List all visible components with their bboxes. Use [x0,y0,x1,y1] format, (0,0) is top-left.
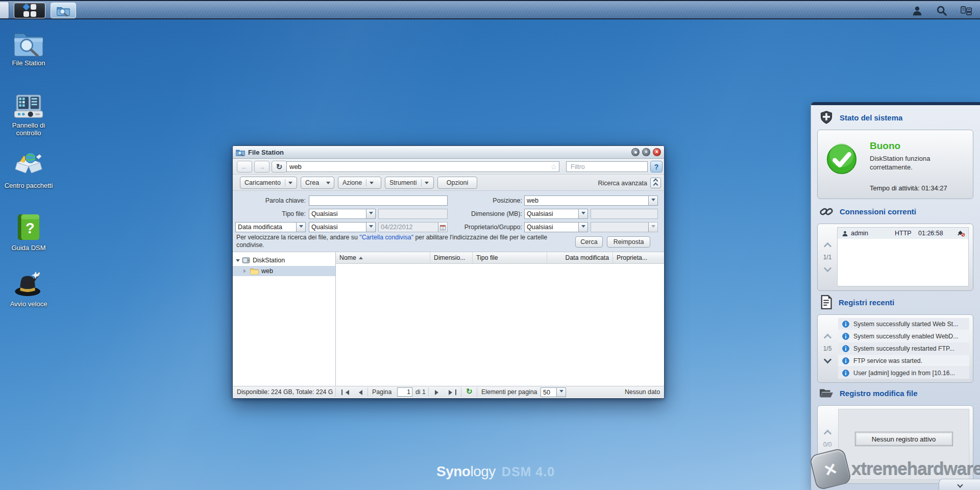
desktop-icon-dsm-help[interactable]: ? Guida DSM [4,213,53,252]
main-menu-button[interactable] [14,3,45,18]
taskbar-file-station-button[interactable] [51,3,76,18]
desktop-icon-package-center[interactable]: Centro pacchetti [4,151,53,189]
options-button[interactable]: Opzioni [437,177,477,189]
shield-icon [819,110,834,125]
back-button[interactable]: ← [237,161,252,173]
desktop-icon-control-panel[interactable]: Pannello di controllo [4,93,53,137]
index-note: Per velocizzare la ricerca dei file, and… [236,234,571,249]
minimize-button[interactable] [631,148,640,156]
search-button[interactable]: Cerca [575,236,603,248]
pager-down-icon[interactable] [823,264,831,273]
show-desktop-tab[interactable] [0,2,9,18]
window-statusbar: Disponibile: 224 GB, Totale: 224 G Pagin… [233,386,664,398]
close-button[interactable]: × [653,148,661,156]
connection-row[interactable]: admin HTTP 01:26:58 [838,228,968,239]
per-page-select[interactable]: 50 [541,387,566,397]
address-input[interactable] [287,163,548,170]
create-menu-button[interactable]: Crea [301,177,334,189]
file-station-window: File Station + × ← → ↻ ☆ ? [232,145,665,399]
filetype-extra-input [378,209,448,219]
upload-menu-button[interactable]: Caricamento [240,177,297,189]
dsm-branding: Synology DSM 4.0 [436,463,555,480]
log-item[interactable]: System successfully restarted FTP... [838,342,969,354]
nas-icon [242,257,250,264]
filter-box[interactable] [566,161,648,172]
size-label: Dimensione (MB): [447,210,522,217]
window-titlebar[interactable]: File Station + × [233,146,664,159]
open-folder-icon [819,387,834,399]
tree-node-web[interactable]: web [233,266,335,276]
pager-down-icon[interactable] [823,356,831,364]
keyword-input[interactable] [309,195,448,206]
tree-node-diskstation[interactable]: DiskStation [233,255,335,265]
column-size[interactable]: Dimensio... [430,252,473,263]
pager-up-icon[interactable] [823,430,831,438]
no-active-log-label: Nessun registro attivo [855,432,953,446]
widget-panel: Stato del sistema Buono DiskStation funz… [811,102,980,490]
column-name[interactable]: Nome [336,252,430,263]
next-page-button[interactable] [432,387,444,397]
desktop-icon-label: Centro pacchetti [4,182,53,189]
date-field-select[interactable]: Data modificata [235,222,306,232]
chevron-down-icon [648,196,657,205]
list-refresh-button[interactable]: ↻ [466,387,473,396]
sort-asc-icon [359,255,363,259]
page-of-label: di 1 [415,388,426,396]
owner-select[interactable]: Qualsiasi [524,222,588,232]
search-button[interactable] [933,3,950,18]
help-button[interactable]: ? [650,161,663,173]
first-page-button[interactable] [339,387,351,397]
bookmark-star-icon[interactable]: ☆ [548,163,559,171]
last-page-button[interactable] [446,387,458,397]
tools-menu-button[interactable]: Strumenti [385,177,434,189]
pager-count: 1/1 [823,254,832,261]
per-page-label: Elementi per pagina [481,388,537,396]
refresh-button[interactable]: ↻ [272,161,287,173]
chevron-down-icon [288,182,292,186]
position-select[interactable]: web [524,195,658,206]
pilot-view-button[interactable] [958,3,975,18]
logs-list: System successfully started Web St... Sy… [838,318,969,379]
connections-pager: 1/1 [818,224,837,290]
column-modified[interactable]: Data modificata [547,252,613,263]
chevron-up-icon [653,183,658,188]
previous-page-button[interactable] [353,387,365,397]
reset-button[interactable]: Reimposta [607,236,650,248]
no-data-text: Nessun dato [625,388,660,396]
forward-button[interactable]: → [254,161,270,173]
column-filetype[interactable]: Tipo file [473,252,547,263]
status-ok-icon [826,143,857,175]
date-operator-select[interactable]: Qualsiasi [309,222,376,232]
log-item[interactable]: System successfully enabled WebD... [838,330,969,342]
chevron-down-icon [296,223,305,232]
desktop-icon-quick-start[interactable]: Avvio veloce [4,270,53,308]
log-item[interactable]: System successfully started Web St... [838,318,969,330]
filetype-label: Tipo file: [233,210,306,217]
action-menu-button[interactable]: Azione [338,177,381,189]
pager-up-icon[interactable] [823,334,831,342]
user-button[interactable] [909,3,926,18]
maximize-button[interactable]: + [642,148,650,156]
disconnect-icon[interactable] [957,230,965,237]
page-label: Pagina [372,388,391,396]
tree-expand-icon[interactable] [236,259,240,264]
status-description: DiskStation funziona correttamente. [870,154,962,172]
tree-expand-icon[interactable] [243,269,248,273]
recent-logs-header: Registri recenti [819,295,894,309]
filter-input[interactable] [569,163,655,170]
log-item[interactable]: FTP service was started. [838,355,969,366]
desktop-icon-file-station[interactable]: File Station [4,30,53,67]
watermark: × xtremehardware.com [813,451,980,487]
filetype-select[interactable]: Qualsiasi [309,209,376,219]
address-bar[interactable]: ☆ [286,161,559,172]
log-document-icon [819,295,832,309]
page-input[interactable] [397,387,412,397]
pager-up-icon[interactable] [823,242,831,251]
log-item[interactable]: User [admin] logged in from [10.16... [838,367,969,379]
connections-card: 1/1 admin HTTP 01:26:58 [817,224,973,291]
column-owner[interactable]: Proprieta... [613,252,664,263]
shared-folder-link[interactable]: "Cartella condivisa" [359,234,413,241]
file-station-icon [57,5,70,16]
advanced-search-collapse-button[interactable] [650,178,661,188]
size-select[interactable]: Qualsiasi [524,209,588,219]
